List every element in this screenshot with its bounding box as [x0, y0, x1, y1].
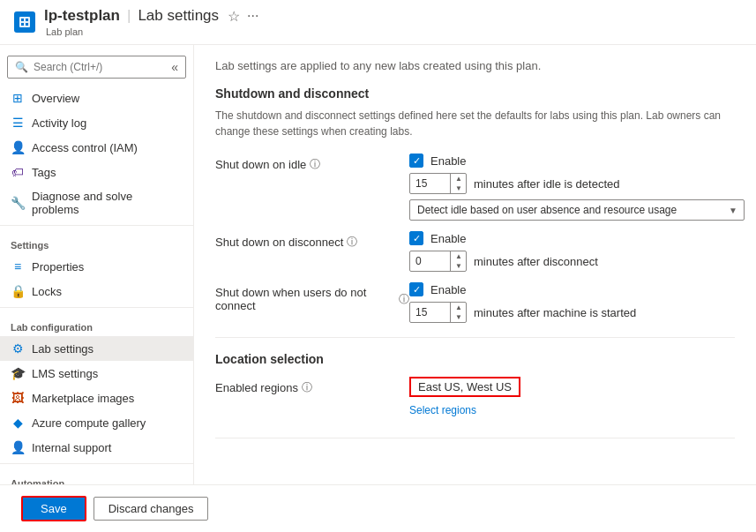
search-box[interactable]: 🔍 « — [7, 56, 186, 79]
nav-divider — [0, 225, 193, 226]
shutdown-idle-minutes-input-wrap[interactable]: ▲ ▼ — [409, 173, 467, 194]
shutdown-idle-info-icon[interactable]: ⓘ — [310, 157, 320, 172]
shutdown-disconnect-minutes-input[interactable] — [410, 252, 450, 270]
shutdown-idle-enable-checkbox[interactable]: ✓ — [409, 154, 423, 168]
shutdown-no-connect-minutes-input-wrap[interactable]: ▲ ▼ — [409, 302, 467, 323]
sidebar-item-label: Internal support — [32, 441, 111, 454]
svg-rect-0 — [19, 17, 30, 27]
svg-rect-1 — [21, 19, 24, 21]
enabled-regions-controls: East US, West US Select regions — [409, 377, 520, 416]
sidebar-item-marketplace-images[interactable]: 🖼 Marketplace images — [0, 386, 193, 410]
overview-icon: ⊞ — [11, 91, 25, 105]
shutdown-no-connect-minutes-input[interactable] — [410, 303, 450, 321]
shutdown-no-connect-spin-buttons: ▲ ▼ — [450, 303, 467, 322]
sidebar-item-label: Properties — [32, 260, 84, 273]
select-regions-link[interactable]: Select regions — [409, 404, 520, 416]
shutdown-disconnect-minutes-input-wrap[interactable]: ▲ ▼ — [409, 251, 467, 272]
shutdown-idle-spin-buttons: ▲ ▼ — [450, 174, 467, 193]
enabled-regions-value: East US, West US — [409, 377, 520, 397]
sidebar-item-azure-compute[interactable]: ◆ Azure compute gallery — [0, 410, 193, 435]
idle-detection-dropdown-wrap: Detect idle based on user absence and re… — [409, 199, 745, 221]
diagnose-icon: 🔧 — [11, 196, 25, 210]
enabled-regions-label: Enabled regions ⓘ — [215, 377, 409, 395]
shutdown-disconnect-enable-checkbox[interactable]: ✓ — [409, 231, 423, 245]
shutdown-no-connect-decrement-button[interactable]: ▼ — [451, 312, 467, 322]
sidebar-item-tags[interactable]: 🏷 Tags — [0, 160, 193, 184]
shutdown-disconnect-row: Shut down on disconnect ⓘ ✓ Enable ▲ ▼ — [215, 231, 735, 272]
sidebar-item-label: LMS settings — [32, 367, 98, 380]
sidebar-item-activity-log[interactable]: ☰ Activity log — [0, 110, 193, 135]
discard-changes-button[interactable]: Discard changes — [94, 497, 209, 521]
lms-icon: 🎓 — [11, 366, 25, 380]
shutdown-section-description: The shutdown and disconnect settings def… — [215, 108, 735, 139]
sidebar-item-label: Diagnose and solve problems — [32, 190, 183, 216]
shutdown-no-connect-enable-checkbox[interactable]: ✓ — [409, 282, 423, 296]
shutdown-idle-minutes-label: minutes after idle is detected — [474, 177, 619, 191]
enabled-regions-row: Enabled regions ⓘ East US, West US Selec… — [215, 377, 735, 416]
tags-icon: 🏷 — [11, 165, 25, 179]
shutdown-no-connect-info-icon[interactable]: ⓘ — [399, 292, 409, 307]
content-area: Lab settings are applied to any new labs… — [194, 45, 756, 484]
shutdown-idle-decrement-button[interactable]: ▼ — [451, 184, 467, 193]
svg-rect-2 — [26, 19, 28, 21]
sidebar-item-access-control[interactable]: 👤 Access control (IAM) — [0, 135, 193, 160]
shutdown-disconnect-info-icon[interactable]: ⓘ — [347, 235, 357, 250]
sidebar-item-diagnose[interactable]: 🔧 Diagnose and solve problems — [0, 184, 193, 221]
resource-type-label: Lab plan — [46, 26, 258, 37]
sidebar-item-lab-settings[interactable]: ⚙ Lab settings — [0, 336, 193, 361]
internal-support-icon: 👤 — [11, 440, 25, 454]
page-title: Lab settings — [138, 7, 219, 25]
shutdown-idle-minutes-input[interactable] — [410, 175, 450, 192]
sidebar-item-label: Lab settings — [32, 342, 94, 356]
nav-divider-2 — [0, 307, 193, 308]
section-label-settings: Settings — [0, 229, 193, 254]
shutdown-disconnect-spin-buttons: ▲ ▼ — [450, 251, 467, 271]
shutdown-disconnect-enable-label: Enable — [430, 232, 466, 245]
compute-icon: ◆ — [11, 416, 25, 430]
shutdown-idle-enable-label: Enable — [430, 154, 466, 168]
resource-icon — [14, 11, 35, 33]
lab-settings-icon: ⚙ — [11, 341, 25, 356]
shutdown-disconnect-controls: ✓ Enable ▲ ▼ minutes after disconnect — [409, 231, 598, 272]
shutdown-disconnect-decrement-button[interactable]: ▼ — [451, 261, 467, 271]
idle-detection-dropdown[interactable]: Detect idle based on user absence and re… — [409, 199, 745, 221]
shutdown-no-connect-increment-button[interactable]: ▲ — [451, 303, 467, 312]
shutdown-no-connect-controls: ✓ Enable ▲ ▼ minutes after machine is st… — [409, 282, 636, 323]
more-options-icon[interactable]: ··· — [247, 8, 258, 24]
sidebar-item-overview[interactable]: ⊞ Overview — [0, 86, 193, 110]
access-control-icon: 👤 — [11, 140, 25, 154]
shutdown-disconnect-minutes-label: minutes after disconnect — [474, 255, 598, 268]
sidebar-item-label: Activity log — [32, 116, 86, 130]
svg-rect-4 — [26, 23, 28, 26]
shutdown-idle-controls: ✓ Enable ▲ ▼ minutes after idle is detec… — [409, 154, 745, 221]
search-icon: 🔍 — [15, 61, 28, 73]
sidebar-item-properties[interactable]: ≡ Properties — [0, 254, 193, 279]
enabled-regions-info-icon[interactable]: ⓘ — [302, 380, 312, 395]
sidebar-item-label: Access control (IAM) — [32, 141, 138, 154]
shutdown-no-connect-label: Shut down when users do not connect ⓘ — [215, 282, 409, 312]
section-label-lab-config: Lab configuration — [0, 311, 193, 336]
footer: Save Discard changes — [0, 484, 756, 532]
sidebar-item-lms-settings[interactable]: 🎓 LMS settings — [0, 361, 193, 386]
resource-name: lp-testplan — [44, 7, 120, 25]
shutdown-idle-increment-button[interactable]: ▲ — [451, 174, 467, 184]
shutdown-no-connect-row: Shut down when users do not connect ⓘ ✓ … — [215, 282, 735, 323]
search-input[interactable] — [34, 61, 166, 73]
marketplace-icon: 🖼 — [11, 391, 25, 405]
sidebar-item-locks[interactable]: 🔒 Locks — [0, 279, 193, 303]
shutdown-disconnect-increment-button[interactable]: ▲ — [451, 251, 467, 261]
shutdown-section-title: Shutdown and disconnect — [215, 86, 735, 101]
favorite-icon[interactable]: ☆ — [228, 8, 240, 25]
save-button[interactable]: Save — [21, 496, 86, 521]
collapse-sidebar-button[interactable]: « — [171, 60, 178, 74]
sidebar-item-internal-support[interactable]: 👤 Internal support — [0, 435, 193, 460]
sidebar-item-label: Azure compute gallery — [32, 416, 146, 430]
footer-separator — [215, 438, 735, 438]
properties-icon: ≡ — [11, 259, 25, 273]
sidebar: 🔍 « ⊞ Overview ☰ Activity log 👤 Access c… — [0, 45, 194, 484]
locks-icon: 🔒 — [11, 284, 25, 298]
section-label-automation: Automation — [0, 468, 193, 484]
shutdown-no-connect-minutes-label: minutes after machine is started — [474, 306, 636, 319]
location-section-title: Location selection — [215, 352, 735, 366]
sidebar-item-label: Marketplace images — [32, 392, 134, 405]
